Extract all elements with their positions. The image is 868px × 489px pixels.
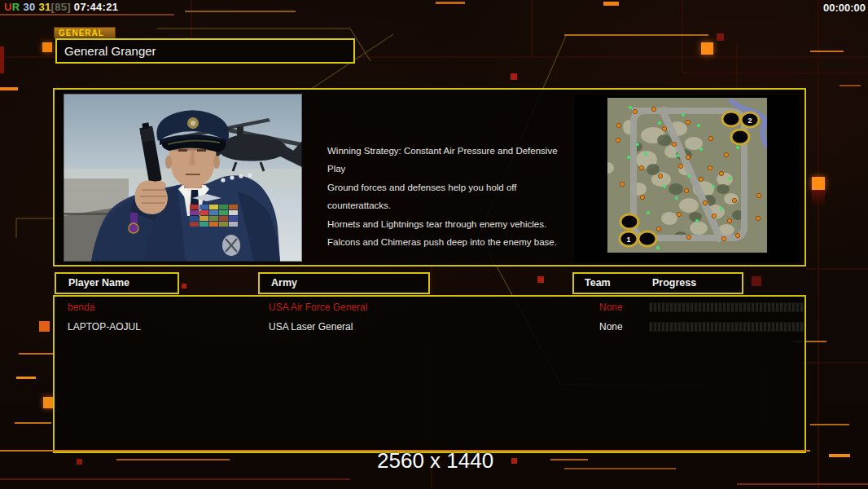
strategy-line: Ground forces and defenses help you hold… xyxy=(327,178,572,215)
header-team-label: Team xyxy=(585,277,611,289)
roster-row: benda USA Air Force General None xyxy=(55,298,804,318)
minimap-svg: 21 xyxy=(607,98,767,253)
minimap-container: 21 xyxy=(574,95,800,262)
resource-dot xyxy=(732,198,736,202)
unit-dot xyxy=(697,124,700,127)
start-position-number: 2 xyxy=(747,117,752,125)
general-name: General Granger xyxy=(57,40,353,62)
start-position-marker: 1 xyxy=(620,231,638,246)
unit-dot xyxy=(728,177,731,180)
unit-dot xyxy=(663,185,666,188)
decor-line xyxy=(436,2,465,4)
resource-dot xyxy=(686,155,690,159)
general-portrait xyxy=(64,94,302,262)
resource-dot xyxy=(633,109,637,113)
decor-line xyxy=(810,424,849,425)
unit-dot xyxy=(636,143,639,146)
resource-dot xyxy=(756,216,760,220)
general-name-box: General Granger xyxy=(55,38,355,64)
player-name: benda xyxy=(68,302,94,313)
match-clock: 00:00:00 xyxy=(804,2,866,14)
strategy-line: Falcons and Chimeras push deep into the … xyxy=(327,233,572,251)
decor-glow xyxy=(812,190,825,206)
header-player-name: Player Name xyxy=(55,272,179,294)
debug-v3: [85] xyxy=(51,1,71,13)
decor-line xyxy=(185,11,296,12)
decor-square xyxy=(182,284,186,289)
player-army: USA Laser General xyxy=(269,321,353,333)
debug-r: R xyxy=(12,1,20,13)
unit-dot xyxy=(720,207,723,210)
start-position-marker: 2 xyxy=(741,112,759,127)
decor-square xyxy=(511,458,517,464)
start-position-marker xyxy=(722,112,740,126)
resource-dot xyxy=(724,152,728,156)
resource-dot xyxy=(620,182,624,186)
header-progress-label: Progress xyxy=(652,277,696,289)
resource-dot xyxy=(658,174,662,178)
header-army-label: Army xyxy=(271,277,297,289)
start-position-marker xyxy=(620,214,638,229)
resource-dot xyxy=(735,233,739,237)
debug-underline xyxy=(0,14,174,15)
player-team: None xyxy=(599,302,623,313)
decor-line xyxy=(840,85,861,86)
debug-v2: 31 xyxy=(38,1,50,13)
strategy-line: Winning Strategy: Constant Air Pressure … xyxy=(327,142,572,178)
unit-dot xyxy=(658,121,661,125)
decor-line xyxy=(19,353,54,355)
resource-dot xyxy=(616,123,620,127)
header-team-progress: Team Progress xyxy=(572,272,743,294)
roster-row: LAPTOP-AOJUL USA Laser General None xyxy=(55,318,804,337)
resource-dot xyxy=(686,120,690,124)
unit-dot xyxy=(644,152,647,156)
decor-line xyxy=(116,459,230,460)
debug-u: U xyxy=(4,1,12,13)
resource-dot xyxy=(662,126,666,130)
decor-square xyxy=(77,459,82,465)
load-progress-bar xyxy=(649,322,804,332)
player-army: USA Air Force General xyxy=(269,302,367,313)
unit-dot xyxy=(627,156,630,159)
decor-square xyxy=(752,276,761,286)
resource-dot xyxy=(686,235,690,239)
strategy-text: Winning Strategy: Constant Air Pressure … xyxy=(327,142,572,251)
decor-square xyxy=(537,276,544,283)
unit-dot xyxy=(712,185,715,188)
unit-dot xyxy=(736,146,739,149)
unit-dot xyxy=(675,196,678,200)
decor-bar xyxy=(0,46,4,73)
decor-line xyxy=(603,2,619,6)
resource-dot xyxy=(651,107,655,111)
header-army: Army xyxy=(258,272,430,294)
unit-dot xyxy=(682,113,685,117)
decor-line xyxy=(0,478,350,480)
player-team: None xyxy=(599,321,623,333)
resource-dot xyxy=(678,164,682,168)
decor-line xyxy=(829,454,850,457)
load-progress-bar xyxy=(649,302,804,312)
resource-dot xyxy=(727,218,731,222)
decor-square xyxy=(812,177,825,190)
decor-line xyxy=(810,51,844,52)
loading-screen: UR3031[85]07:44:21 00:00:00 GENERAL Gene… xyxy=(0,0,868,489)
strategy-line: Hornets and Lightnings tear through enem… xyxy=(327,215,572,233)
decor-square xyxy=(42,42,52,52)
resource-dot xyxy=(677,212,681,216)
unit-dot xyxy=(656,246,660,249)
general-tab-label: GENERAL xyxy=(54,27,116,38)
debug-time: 07:44:21 xyxy=(74,1,118,13)
decor-square xyxy=(39,321,50,332)
resource-dot xyxy=(672,142,676,146)
resource-dot xyxy=(721,236,726,240)
decor-line xyxy=(0,87,18,90)
player-roster-panel: benda USA Air Force General None LAPTOP-… xyxy=(53,295,806,453)
decor-square xyxy=(511,73,517,80)
start-position-marker xyxy=(731,130,749,144)
unit-dot xyxy=(699,148,703,151)
resource-dot xyxy=(699,177,703,181)
player-name: LAPTOP-AOJUL xyxy=(68,321,141,333)
resource-dot xyxy=(703,200,707,205)
resource-dot xyxy=(719,171,723,175)
portrait-art xyxy=(64,94,302,262)
